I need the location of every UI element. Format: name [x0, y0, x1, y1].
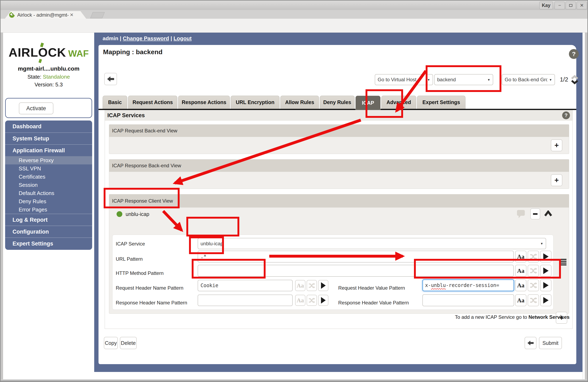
tab-icap[interactable]: ICAP — [356, 96, 380, 110]
sidebar-item-configuration[interactable]: Configuration — [5, 226, 92, 237]
sidebar-item-certificates[interactable]: Certificates — [5, 173, 92, 181]
url-pattern-test-button[interactable] — [540, 251, 551, 263]
response-header-value-input[interactable] — [422, 294, 514, 306]
response-header-value-shuffle-button[interactable] — [528, 294, 539, 306]
state-value: Standalone — [43, 74, 70, 80]
copy-button[interactable]: Copy — [104, 337, 118, 349]
change-password-link[interactable]: Change Password — [123, 35, 169, 42]
drag-handle-icon[interactable] — [560, 259, 567, 266]
version: Version: 5.3 — [3, 82, 94, 88]
response-header-name-input[interactable] — [198, 295, 293, 306]
request-header-value-shuffle-button[interactable] — [528, 279, 539, 291]
icap-service-select[interactable]: unblu-icap ▼ — [198, 238, 546, 249]
request-header-name-input[interactable] — [198, 280, 293, 291]
request-header-value-test-button[interactable] — [540, 279, 551, 291]
activate-button[interactable]: Activate — [19, 103, 53, 114]
airlock-logo: AIRLOCKWAF — [3, 45, 94, 60]
request-header-name-case-button[interactable]: Aa — [295, 280, 305, 291]
tab-basic[interactable]: Basic — [103, 96, 127, 109]
response-header-name-shuffle-button[interactable] — [307, 295, 317, 306]
caret-down-icon: ▼ — [539, 242, 543, 245]
sidebar-item-log-report[interactable]: Log & Report — [5, 214, 92, 226]
submit-button[interactable]: Submit — [539, 337, 562, 349]
tab-request-actions[interactable]: Request Actions — [128, 96, 177, 109]
request-header-name-test-button[interactable] — [318, 280, 328, 291]
url-pattern-case-button[interactable]: Aa — [515, 251, 526, 263]
new-tab-button[interactable] — [90, 12, 105, 18]
sidebar-item-default-actions[interactable]: Default Actions — [5, 189, 92, 197]
request-header-name-label: Request Header Name Pattern — [116, 285, 184, 291]
close-window-button[interactable]: ✕ — [577, 2, 587, 9]
back-button[interactable] — [525, 337, 536, 349]
response-header-value-test-button[interactable] — [540, 294, 551, 306]
logout-link[interactable]: Logout — [173, 35, 191, 42]
maximize-icon — [569, 4, 572, 7]
tab-advanced[interactable]: Advanced — [381, 96, 416, 109]
tab-response-actions[interactable]: Response Actions — [178, 96, 230, 109]
logo-waf: WAF — [68, 48, 89, 59]
window-user-button[interactable]: Kay — [539, 2, 553, 9]
misspelled-segment: unblu — [431, 282, 446, 288]
network-services-ref: Network Services — [528, 314, 569, 320]
sidebar-item-application-firewall[interactable]: Application Firewall — [5, 144, 92, 156]
icap-entry-form: ICAP Service unblu-icap ▼ URL Pattern Aa — [112, 235, 553, 310]
goto-backend-group-select[interactable]: Go to Back-end Gro ▼ — [502, 74, 555, 85]
browser-tab[interactable]: Airlock - admin@mgmt- ✕ — [5, 11, 86, 19]
play-icon — [543, 297, 549, 304]
tab-deny-rules[interactable]: Deny Rules — [320, 96, 355, 109]
tab-close-icon[interactable]: ✕ — [70, 12, 73, 18]
icap-request-backend-panel: ICAP Request Back-end View + — [109, 124, 569, 154]
caret-down-icon: ▼ — [485, 78, 490, 82]
collapse-chevron-icon[interactable] — [544, 211, 552, 216]
minus-icon — [533, 213, 538, 215]
icap-service-label: ICAP Service — [116, 241, 145, 247]
url-pattern-shuffle-button[interactable] — [528, 251, 539, 263]
tab-url-encryption[interactable]: URL Encryption — [231, 96, 279, 109]
sidebar-item-reverse-proxy[interactable]: Reverse Proxy — [5, 156, 92, 164]
delete-button[interactable]: Delete — [120, 337, 137, 349]
caret-down-icon: ▼ — [547, 78, 552, 82]
tab-allow-rules[interactable]: Allow Rules — [280, 96, 319, 109]
sidebar-item-deny-rules[interactable]: Deny Rules — [5, 197, 92, 206]
panel-body: unblu-icap ICAP Service — [109, 208, 569, 314]
window-titlebar: Kay − ✕ — [0, 0, 588, 9]
sidebar-item-ssl-vpn[interactable]: SSL VPN — [5, 164, 92, 173]
section-help-icon[interactable]: ? — [562, 111, 570, 119]
shuffle-icon — [530, 254, 537, 260]
url-pattern-input[interactable] — [198, 251, 514, 263]
response-header-name-test-button[interactable] — [318, 295, 328, 306]
sidebar-item-session[interactable]: Session — [5, 181, 92, 189]
icap-entry-name: unblu-icap — [126, 211, 149, 217]
comment-bubble-icon[interactable] — [517, 210, 525, 219]
minimize-button[interactable]: − — [555, 2, 565, 9]
page-help-icon[interactable]: ? — [569, 49, 579, 59]
response-header-value-label: Response Header Value Pattern — [338, 300, 409, 306]
add-icap-request-button[interactable]: + — [551, 139, 562, 151]
sidebar-item-error-pages[interactable]: Error Pages — [5, 206, 92, 214]
goto-virtual-host-select[interactable]: Go to Virtual Host ▼ — [375, 74, 433, 85]
pager-chevrons[interactable] — [570, 75, 579, 85]
activate-panel: Activate — [5, 98, 92, 118]
request-header-value-input[interactable]: x-unblu-recorder-session= — [422, 279, 514, 291]
minimize-icon: − — [558, 3, 561, 8]
mapping-select[interactable]: backend ▼ — [434, 74, 493, 85]
sidebar-item-system-setup[interactable]: System Setup — [5, 132, 92, 144]
tab-expert-settings[interactable]: Expert Settings — [417, 96, 465, 109]
maximize-button[interactable] — [566, 2, 576, 9]
response-header-name-case-button[interactable]: Aa — [295, 295, 305, 306]
page-scrollbar[interactable] — [583, 33, 585, 379]
http-method-test-button[interactable] — [540, 265, 551, 277]
request-header-name-shuffle-button[interactable] — [307, 280, 317, 291]
collapse-entry-button[interactable] — [530, 208, 540, 219]
add-icap-response-button[interactable]: + — [551, 174, 562, 186]
http-method-input[interactable] — [198, 265, 514, 277]
request-header-value-case-button[interactable]: Aa — [515, 279, 526, 291]
http-method-case-button[interactable]: Aa — [515, 265, 526, 277]
back-navigation-button[interactable] — [104, 73, 117, 85]
response-header-value-case-button[interactable]: Aa — [515, 294, 526, 306]
panel-body: + — [109, 137, 569, 154]
sidebar-item-dashboard[interactable]: Dashboard — [5, 121, 92, 132]
sidebar-item-expert-settings[interactable]: Expert Settings — [5, 237, 92, 249]
back-arrow-icon — [107, 76, 114, 82]
http-method-shuffle-button[interactable] — [528, 265, 539, 277]
